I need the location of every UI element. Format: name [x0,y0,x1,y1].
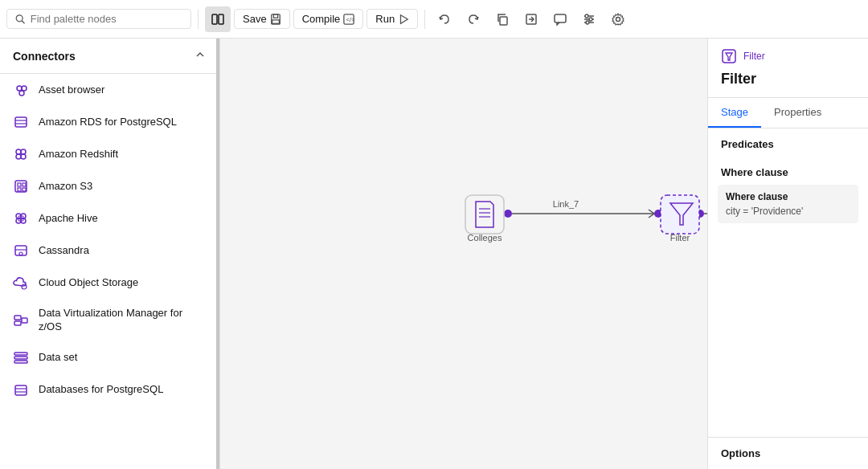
panel-header-icon-label: Filter [743,51,765,62]
svg-rect-10 [500,17,507,25]
svg-point-57 [504,210,512,218]
svg-rect-52 [14,357,27,359]
svg-text:Filter: Filter [670,233,690,243]
amazon-redshift-icon [13,146,29,162]
databases-postgresql-label: Databases for PostgreSQL [39,383,163,397]
svg-rect-49 [14,321,21,325]
svg-point-47 [22,284,27,289]
compile-button[interactable]: Compile </> [293,9,364,29]
svg-rect-24 [15,117,27,127]
toolbar-divider-2 [424,10,425,29]
svg-point-20 [616,17,620,21]
asset-browser-icon [13,82,29,98]
sidebar-item-data-set[interactable]: Data set [0,342,219,374]
svg-line-1 [22,20,24,22]
compile-label: Compile [302,13,341,25]
settings-sliders-button[interactable] [576,6,602,32]
svg-rect-34 [18,188,21,191]
sidebar-item-amazon-s3[interactable]: Amazon S3 [0,170,219,202]
compile-icon: </> [343,14,354,25]
panel-spacer [708,230,868,437]
run-label: Run [375,13,395,25]
asset-browser-label: Asset browser [39,84,104,97]
gear-icon [612,13,624,26]
svg-rect-32 [18,183,21,186]
options-section: Options [708,437,868,469]
svg-point-29 [16,154,21,159]
svg-rect-54 [15,385,27,395]
canvas-svg: Link_7 Link_2 Link_3 [220,39,707,469]
sidebar-resize-handle[interactable] [216,39,219,469]
redo-icon [467,13,480,26]
apache-hive-icon [13,210,29,226]
svg-point-30 [21,154,26,159]
cassandra-icon [13,243,29,259]
sidebar: Connectors Asset browser [0,39,220,469]
svg-marker-74 [670,203,693,225]
svg-point-17 [585,14,588,18]
amazon-rds-label: Amazon RDS for PostgreSQL [39,116,177,129]
data-set-icon [13,350,29,366]
svg-point-58 [654,210,662,218]
filter-panel-icon [721,48,737,64]
svg-point-19 [586,21,589,24]
export-icon [525,13,538,26]
copy-button[interactable] [489,6,515,32]
svg-text:</>: </> [346,15,355,22]
palette-toggle-button[interactable] [205,6,231,32]
svg-point-18 [589,18,592,21]
save-button[interactable]: Save [234,9,290,29]
sidebar-collapse-button[interactable] [194,48,207,63]
svg-rect-4 [271,14,280,23]
svg-rect-6 [272,19,279,22]
databases-postgresql-icon [13,382,29,398]
sidebar-item-asset-browser[interactable]: Asset browser [0,74,219,106]
run-button[interactable]: Run [366,9,418,29]
svg-text:Link_7: Link_7 [553,199,579,209]
svg-point-23 [19,91,24,96]
undo-button[interactable] [432,6,457,32]
export-button[interactable] [518,6,544,32]
where-clause-box: Where clause city = 'Providence' [718,185,858,223]
gear-settings-button[interactable] [605,6,631,32]
data-virtualization-label: Data Virtualization Manager for z/OS [39,307,207,334]
panel-title: Filter [708,67,868,98]
svg-rect-73 [661,195,699,234]
svg-rect-3 [219,14,223,24]
svg-point-27 [16,149,21,154]
search-input[interactable] [31,13,182,25]
comment-button[interactable] [547,6,573,32]
search-icon [15,14,26,25]
svg-rect-5 [273,14,277,17]
svg-rect-33 [23,183,26,186]
sidebar-item-amazon-redshift[interactable]: Amazon Redshift [0,138,219,170]
amazon-s3-icon [13,178,29,194]
where-clause-box-value: city = 'Providence' [726,206,850,217]
apache-hive-label: Apache Hive [39,212,98,226]
svg-rect-53 [14,361,27,363]
sidebar-item-databases-postgresql[interactable]: Databases for PostgreSQL [0,374,219,406]
svg-rect-2 [212,14,217,24]
tab-stage[interactable]: Stage [708,98,761,128]
sidebar-header: Connectors [0,39,219,74]
search-box[interactable] [6,9,191,29]
tab-properties[interactable]: Properties [761,98,834,128]
amazon-redshift-label: Amazon Redshift [39,148,118,161]
sidebar-item-amazon-rds[interactable]: Amazon RDS for PostgreSQL [0,106,219,138]
sidebar-item-apache-hive[interactable]: Apache Hive [0,202,219,234]
right-panel: Filter Filter Stage Properties Predicate… [707,39,868,469]
sidebar-item-data-virtualization[interactable]: Data Virtualization Manager for z/OS [0,299,219,342]
comment-icon [554,13,567,26]
toolbar-divider-1 [198,10,199,29]
sliders-icon [583,13,596,26]
panel-tabs: Stage Properties [708,98,868,128]
canvas-area[interactable]: Link_7 Link_2 Link_3 [220,39,707,469]
run-icon [398,14,409,25]
data-virtualization-icon [13,312,29,328]
sidebar-item-cassandra[interactable]: Cassandra [0,234,219,267]
redo-button[interactable] [461,6,486,32]
sidebar-item-cloud-object-storage[interactable]: Cloud Object Storage [0,267,219,299]
svg-rect-50 [22,318,27,323]
toolbar: Save Compile </> Run [0,0,868,39]
cloud-object-storage-icon [13,275,29,291]
